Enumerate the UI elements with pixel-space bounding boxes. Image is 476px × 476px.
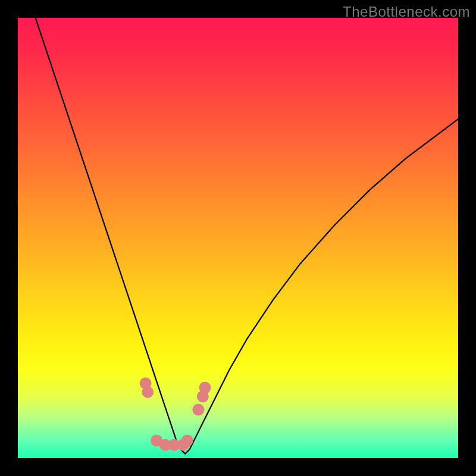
chart-frame: TheBottleneck.com [0, 0, 476, 476]
watermark-text: TheBottleneck.com [343, 4, 470, 20]
bottleneck-curve [36, 18, 458, 454]
chart-svg [18, 18, 458, 458]
highlight-dot [142, 386, 154, 398]
highlight-dot [199, 382, 211, 394]
highlight-dot [192, 404, 204, 416]
highlight-dot [181, 434, 193, 446]
plot-area [18, 18, 458, 458]
